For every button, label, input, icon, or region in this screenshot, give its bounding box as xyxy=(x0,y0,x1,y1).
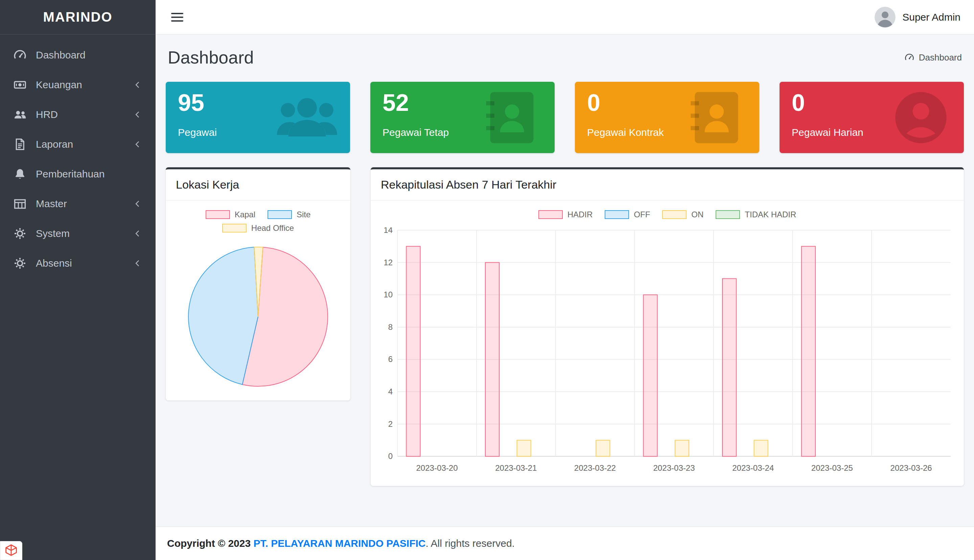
file-icon xyxy=(13,138,27,151)
legend-label: ON xyxy=(691,210,703,219)
sidebar-item-dashboard[interactable]: Dashboard xyxy=(5,40,151,70)
svg-text:2023-03-26: 2023-03-26 xyxy=(890,463,932,472)
svg-text:14: 14 xyxy=(384,227,393,235)
person-circle-icon xyxy=(891,88,951,148)
lokasi-kerja-pie-chart xyxy=(174,242,342,391)
legend-item-head-office[interactable]: Head Office xyxy=(222,223,294,233)
gear-icon xyxy=(13,227,27,240)
svg-text:10: 10 xyxy=(384,290,393,299)
svg-text:2023-03-25: 2023-03-25 xyxy=(811,463,853,472)
breadcrumb[interactable]: Dashboard xyxy=(905,52,962,63)
brand-logo[interactable]: MARINDO xyxy=(0,0,155,35)
debugbar-toggle[interactable] xyxy=(0,541,22,560)
sidebar-item-pemberitahuan[interactable]: Pemberitahuan xyxy=(5,160,151,188)
legend-item-on[interactable]: ON xyxy=(662,210,703,219)
sidebar-item-label: Pemberitahuan xyxy=(36,168,105,180)
gear-icon xyxy=(13,257,27,270)
legend-item-hadir[interactable]: HADIR xyxy=(538,210,593,219)
chevron-left-icon xyxy=(133,229,142,238)
breadcrumb-label: Dashboard xyxy=(919,52,962,63)
legend-label: OFF xyxy=(634,210,650,219)
company-link[interactable]: PT. PELAYARAN MARINDO PASIFIC xyxy=(254,538,426,549)
absen-bar-chart: 024681012142023-03-202023-03-212023-03-2… xyxy=(379,227,956,477)
legend-swatch xyxy=(716,210,740,219)
users-icon xyxy=(13,108,27,121)
chevron-left-icon xyxy=(133,80,142,89)
sidebar-item-label: HRD xyxy=(36,109,58,120)
legend-swatch xyxy=(605,210,629,219)
legend-item-off[interactable]: OFF xyxy=(605,210,650,219)
legend-item-site[interactable]: Site xyxy=(267,210,311,219)
pie-legend: KapalSiteHead Office xyxy=(179,210,337,233)
svg-text:0: 0 xyxy=(388,452,393,461)
sidebar: MARINDO DashboardKeuanganHRDLaporanPembe… xyxy=(0,0,155,560)
sidebar-item-master[interactable]: Master xyxy=(5,189,151,218)
chevron-left-icon xyxy=(133,140,142,149)
svg-text:2023-03-20: 2023-03-20 xyxy=(416,463,458,472)
infobox-pegawai: 95Pegawai xyxy=(166,82,350,153)
svg-text:8: 8 xyxy=(388,322,393,332)
sidebar-item-keuangan[interactable]: Keuangan xyxy=(5,70,151,99)
sidebar-item-label: Laporan xyxy=(36,138,73,150)
svg-text:6: 6 xyxy=(388,355,393,363)
sidebar-item-system[interactable]: System xyxy=(5,219,151,248)
card-title: Lokasi Kerja xyxy=(166,169,350,200)
cards-row: Lokasi Kerja KapalSiteHead Office Rekapi… xyxy=(166,167,964,486)
bell-icon xyxy=(13,168,27,180)
sidebar-item-label: System xyxy=(36,228,70,239)
content-wrapper: Dashboard Dashboard 95Pegawai52Pegawai T… xyxy=(155,35,974,527)
top-navbar: Super Admin xyxy=(155,0,974,35)
sidebar-menu: DashboardKeuanganHRDLaporanPemberitahuan… xyxy=(0,35,155,284)
legend-item-kapal[interactable]: Kapal xyxy=(205,210,256,219)
legend-label: TIDAK HADIR xyxy=(745,210,796,219)
address-book-icon xyxy=(481,88,542,148)
svg-text:2023-03-21: 2023-03-21 xyxy=(495,463,537,472)
user-avatar xyxy=(875,7,895,28)
sidebar-item-absensi[interactable]: Absensi xyxy=(5,249,151,278)
copyright-text: Copyright © 2023 xyxy=(167,538,254,549)
user-menu[interactable]: Super Admin xyxy=(875,7,961,28)
info-box-row: 95Pegawai52Pegawai Tetap0Pegawai Kontrak… xyxy=(166,82,964,153)
page-title: Dashboard xyxy=(168,47,254,68)
money-icon xyxy=(13,78,27,91)
legend-swatch xyxy=(538,210,563,219)
content-header: Dashboard Dashboard xyxy=(168,47,962,68)
svg-text:2023-03-24: 2023-03-24 xyxy=(732,463,774,472)
svg-text:2: 2 xyxy=(388,419,393,428)
card-title: Rekapitulasi Absen 7 Hari Terakhir xyxy=(371,169,964,200)
legend-label: HADIR xyxy=(568,210,593,219)
user-name: Super Admin xyxy=(902,12,961,23)
svg-text:12: 12 xyxy=(384,258,393,267)
sidebar-item-hrd[interactable]: HRD xyxy=(5,100,151,129)
bar-legend: HADIROFFONTIDAK HADIR xyxy=(379,210,956,219)
legend-label: Head Office xyxy=(251,223,294,233)
tachometer-icon xyxy=(13,49,27,62)
debugbar-icon xyxy=(5,544,18,557)
legend-swatch xyxy=(205,210,230,219)
rights-text: . All rights reserved. xyxy=(426,538,515,549)
lokasi-kerja-card: Lokasi Kerja KapalSiteHead Office xyxy=(166,167,350,400)
legend-label: Kapal xyxy=(235,210,256,219)
svg-text:2023-03-23: 2023-03-23 xyxy=(653,463,695,472)
rekap-absen-card: Rekapitulasi Absen 7 Hari Terakhir HADIR… xyxy=(371,167,964,486)
sidebar-item-label: Keuangan xyxy=(36,79,82,90)
sidebar-item-label: Master xyxy=(36,198,67,210)
footer: Copyright © 2023 PT. PELAYARAN MARINDO P… xyxy=(155,527,974,560)
legend-swatch xyxy=(267,210,292,219)
address-book-icon xyxy=(686,88,747,148)
legend-label: Site xyxy=(297,210,311,219)
dashboard-icon xyxy=(905,53,914,62)
people-group-icon xyxy=(277,88,337,148)
chevron-left-icon xyxy=(133,259,142,268)
chevron-left-icon xyxy=(133,199,142,208)
sidebar-item-laporan[interactable]: Laporan xyxy=(5,130,151,159)
rekap-absen-card-body: HADIROFFONTIDAK HADIR 024681012142023-03… xyxy=(371,200,964,486)
infobox-pegawai-tetap: 52Pegawai Tetap xyxy=(370,82,555,153)
sidebar-item-label: Dashboard xyxy=(36,49,85,61)
chevron-left-icon xyxy=(133,110,142,119)
svg-text:4: 4 xyxy=(388,387,393,396)
table-icon xyxy=(13,197,27,210)
sidebar-item-label: Absensi xyxy=(36,258,72,269)
legend-item-tidak-hadir[interactable]: TIDAK HADIR xyxy=(716,210,796,219)
sidebar-toggle-button[interactable] xyxy=(169,10,185,25)
